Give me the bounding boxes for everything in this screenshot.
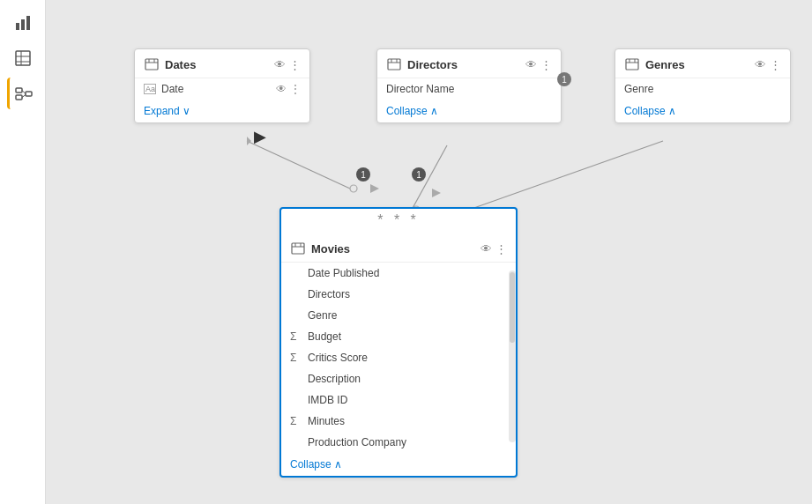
directors-card-actions: 👁 ⋮ <box>525 58 552 71</box>
movies-budget-label: Budget <box>308 330 341 343</box>
movies-budget-field: Σ Budget <box>281 326 516 347</box>
movies-genre-field: Genre <box>281 305 516 326</box>
genres-collapse-button[interactable]: Collapse ∧ <box>615 100 790 122</box>
dates-card-title-group: Dates <box>144 56 196 72</box>
dates-card: Dates 👁 ⋮ Aa Date 👁 ⋮ Expand ∨ <box>134 48 310 123</box>
genres-card: Genres 👁 ⋮ Genre Collapse ∧ <box>615 48 791 123</box>
dates-eye-icon[interactable]: 👁 <box>274 58 286 71</box>
movies-more-icon[interactable]: ⋮ <box>495 242 507 256</box>
genres-genre-field: Genre <box>615 78 790 100</box>
mouse-cursor: ▶ <box>254 127 266 146</box>
movies-critics-score-field: Σ Critics Score <box>281 347 516 368</box>
directors-eye-icon[interactable]: 👁 <box>525 58 537 71</box>
movies-card: * * * Movies 👁 ⋮ <box>279 207 518 478</box>
budget-sigma-icon: Σ <box>290 330 302 343</box>
directors-table-icon <box>386 56 402 72</box>
directors-collapse-button[interactable]: Collapse ∧ <box>377 100 561 122</box>
movies-card-title: Movies <box>311 242 350 256</box>
dates-card-actions: 👁 ⋮ <box>274 58 301 71</box>
svg-line-14 <box>469 141 663 210</box>
genres-eye-icon[interactable]: 👁 <box>755 58 766 71</box>
directors-card-title: Directors <box>407 58 458 71</box>
movies-collapse-icon: ∧ <box>334 458 342 471</box>
directors-card-title-group: Directors <box>386 56 458 72</box>
svg-marker-16 <box>370 184 379 193</box>
svg-marker-18 <box>432 189 441 197</box>
svg-rect-0 <box>16 23 19 30</box>
badge-dates-movies: 1 <box>356 167 370 182</box>
movies-directors-field: Directors <box>281 284 516 305</box>
dates-more-icon[interactable]: ⋮ <box>289 58 301 71</box>
svg-rect-1 <box>21 19 25 30</box>
movies-collapse-button[interactable]: Collapse ∧ <box>281 453 516 476</box>
model-sidebar-icon[interactable] <box>7 78 39 109</box>
dates-date-eye-icon[interactable]: 👁 <box>276 83 287 95</box>
svg-rect-32 <box>292 243 304 254</box>
canvas: 1 1 Dates 👁 ⋮ <box>46 0 812 504</box>
genres-card-title-group: Genres <box>624 56 685 72</box>
svg-marker-19 <box>247 137 251 145</box>
dates-date-field: Aa Date 👁 ⋮ <box>135 78 309 100</box>
svg-rect-7 <box>16 88 22 93</box>
movies-card-header: Movies 👁 ⋮ <box>281 233 516 263</box>
svg-rect-28 <box>626 59 638 70</box>
sidebar <box>0 0 46 504</box>
movies-directors-label: Directors <box>308 288 350 300</box>
directors-collapse-icon: ∧ <box>430 105 438 117</box>
svg-point-15 <box>350 185 357 192</box>
dates-collapse-button[interactable]: Expand ∨ <box>135 100 309 122</box>
movies-collapse-label: Collapse <box>290 458 332 471</box>
genres-card-title: Genres <box>645 58 685 71</box>
movies-fields-list: Date Published Directors Genre Σ Budget <box>281 263 516 453</box>
table-sidebar-icon[interactable] <box>7 42 39 74</box>
movies-production-company-label: Production Company <box>308 436 406 448</box>
genres-table-icon <box>624 56 640 72</box>
dates-table-icon <box>144 56 160 72</box>
svg-rect-2 <box>26 16 30 30</box>
bar-chart-sidebar-icon[interactable] <box>7 7 39 39</box>
movies-date-published-label: Date Published <box>308 267 379 279</box>
badge-directors-movies: 1 <box>412 167 426 182</box>
minutes-sigma-icon: Σ <box>290 415 302 427</box>
directors-more-icon[interactable]: ⋮ <box>540 58 552 71</box>
movies-minutes-label: Minutes <box>308 415 345 427</box>
movies-eye-icon[interactable]: 👁 <box>480 242 492 256</box>
svg-rect-8 <box>16 95 22 100</box>
movies-imdb-id-label: IMDB ID <box>308 394 347 406</box>
movies-scrollbar-track[interactable] <box>509 271 516 442</box>
directors-name-field-left: Director Name <box>386 83 454 95</box>
dates-date-more-icon[interactable]: ⋮ <box>290 83 301 95</box>
movies-description-field: Description <box>281 368 516 389</box>
movies-description-label: Description <box>308 373 361 385</box>
directors-collapse-label: Collapse <box>386 105 428 117</box>
date-field-type-icon: Aa <box>144 84 156 94</box>
genres-collapse-label: Collapse <box>624 105 666 117</box>
movies-card-title-group: Movies <box>290 241 350 256</box>
svg-rect-3 <box>16 51 30 65</box>
movies-asterisk: * * * <box>281 209 516 233</box>
movies-imdb-id-field: IMDB ID <box>281 389 516 411</box>
badge-genres: 1 <box>557 72 571 86</box>
genres-card-actions: 👁 ⋮ <box>755 58 781 71</box>
dates-card-header: Dates 👁 ⋮ <box>135 49 309 78</box>
movies-table-icon <box>290 241 306 256</box>
dates-collapse-icon: ∨ <box>183 105 190 117</box>
dates-date-field-left: Aa Date <box>144 83 183 95</box>
directors-name-field: Director Name <box>377 78 561 100</box>
genres-collapse-icon: ∧ <box>668 105 676 117</box>
movies-scrollbar-thumb[interactable] <box>510 272 515 343</box>
movies-date-published-field: Date Published <box>281 263 516 284</box>
genres-more-icon[interactable]: ⋮ <box>770 58 781 71</box>
genres-card-header: Genres 👁 ⋮ <box>615 49 790 78</box>
svg-rect-20 <box>145 59 158 70</box>
movies-production-company-field: Production Company <box>281 432 516 453</box>
svg-rect-24 <box>388 59 400 70</box>
directors-card: Directors 👁 ⋮ Director Name Collapse ∧ <box>376 48 562 123</box>
svg-line-12 <box>247 141 350 189</box>
movies-minutes-field: Σ Minutes <box>281 411 516 432</box>
directors-name-label: Director Name <box>386 83 454 95</box>
movies-critics-score-label: Critics Score <box>308 352 368 364</box>
movies-genre-label: Genre <box>308 309 337 322</box>
directors-card-header: Directors 👁 ⋮ <box>377 49 561 78</box>
dates-date-label: Date <box>161 83 183 95</box>
